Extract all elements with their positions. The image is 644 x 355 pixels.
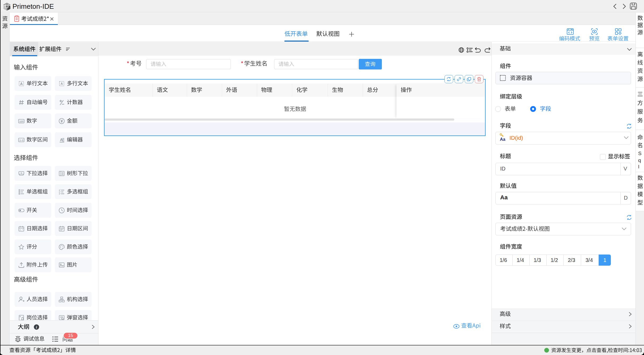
- svg-text:A: A: [20, 82, 23, 86]
- svg-text:i: i: [36, 325, 37, 329]
- svg-text:A: A: [60, 82, 63, 86]
- svg-text:1~3: 1~3: [19, 139, 23, 142]
- svg-text:123: 123: [19, 120, 23, 123]
- svg-text:Aa: Aa: [500, 137, 505, 142]
